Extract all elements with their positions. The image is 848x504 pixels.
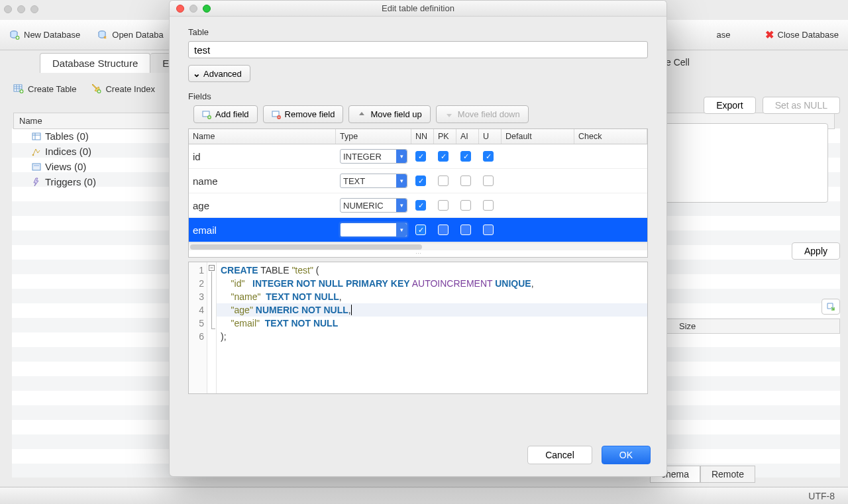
add-field-label: Add field xyxy=(215,109,249,119)
advanced-label: Advanced xyxy=(203,69,242,79)
close-icon: ✖ xyxy=(765,28,774,41)
toolbar-fragment-ase: ase xyxy=(717,30,731,40)
table-group-icon xyxy=(32,132,41,141)
svg-rect-8 xyxy=(32,164,40,170)
dialog-title: Edit table definition xyxy=(170,3,666,13)
traffic-light-min[interactable] xyxy=(17,5,25,13)
arrow-down-icon xyxy=(445,110,454,119)
tree-views-label: Views (0) xyxy=(45,161,86,172)
dialog-min-icon xyxy=(189,5,197,13)
field-buttons: Add field Remove field Move field up Mov… xyxy=(193,105,648,123)
table-section-label: Table xyxy=(188,27,648,37)
move-down-button[interactable]: Move field down xyxy=(436,105,529,123)
tree-views[interactable]: Views (0) xyxy=(13,159,835,174)
svg-rect-9 xyxy=(34,165,39,166)
structure-toolbar: Create Table Create Index xyxy=(13,83,155,94)
advanced-toggle[interactable]: ⌄ Advanced xyxy=(188,65,250,82)
remove-field-button[interactable]: Remove field xyxy=(263,105,344,123)
database-new-icon xyxy=(9,30,20,40)
move-up-button[interactable]: Move field up xyxy=(348,105,430,123)
new-database-button[interactable]: New Database xyxy=(9,30,80,40)
table-add-icon xyxy=(13,83,24,94)
dialog-max-icon[interactable] xyxy=(203,5,211,13)
traffic-light-close[interactable] xyxy=(4,5,12,13)
remove-field-label: Remove field xyxy=(285,109,335,119)
table-name-input[interactable] xyxy=(188,41,648,58)
new-database-label: New Database xyxy=(24,30,80,40)
close-database-button[interactable]: ✖ Close Database xyxy=(765,28,839,41)
svg-rect-6 xyxy=(32,133,40,140)
move-down-label: Move field down xyxy=(458,109,520,119)
status-bar: UTF-8 xyxy=(0,487,848,504)
tree-triggers-label: Triggers (0) xyxy=(45,176,96,187)
tree-tables[interactable]: Tables (0) xyxy=(13,128,835,144)
arrow-up-icon xyxy=(357,110,366,119)
dialog-titlebar: Edit table definition xyxy=(170,1,666,17)
tree-triggers[interactable]: Triggers (0) xyxy=(13,174,835,189)
dialog-close-icon[interactable] xyxy=(176,5,184,13)
traffic-light-max[interactable] xyxy=(30,5,38,13)
index-group-icon xyxy=(32,147,41,156)
main-window-traffic-lights xyxy=(4,1,38,17)
tree-indices[interactable]: Indices (0) xyxy=(13,144,835,159)
create-index-button[interactable]: Create Index xyxy=(91,83,154,94)
open-database-label: Open Databa xyxy=(112,30,163,40)
create-index-label: Create Index xyxy=(105,84,154,94)
fields-section-label: Fields xyxy=(188,91,648,101)
remove-field-icon xyxy=(272,110,281,119)
tab-database-structure[interactable]: Database Structure xyxy=(40,53,150,73)
create-table-label: Create Table xyxy=(28,84,76,94)
svg-point-7 xyxy=(32,154,34,156)
trigger-group-icon xyxy=(32,177,41,187)
create-table-button[interactable]: Create Table xyxy=(13,83,76,94)
move-up-label: Move field up xyxy=(370,109,421,119)
export-button[interactable]: Export xyxy=(704,97,755,114)
tree-indices-label: Indices (0) xyxy=(45,146,91,157)
add-field-icon xyxy=(202,110,211,119)
index-add-icon xyxy=(91,83,101,94)
main-tabs: Database Structure E xyxy=(40,53,182,73)
status-encoding: UTF-8 xyxy=(808,491,835,501)
close-database-label: Close Database xyxy=(778,30,839,40)
set-null-button[interactable]: Set as NULL xyxy=(763,97,840,114)
schema-tree: Tables (0) Indices (0) Views (0) Trigger… xyxy=(13,128,835,478)
edit-cell-label: se Cell xyxy=(661,53,840,72)
add-field-button[interactable]: Add field xyxy=(193,105,258,123)
chevron-down-icon: ⌄ xyxy=(193,68,201,79)
open-database-button[interactable]: Open Databa xyxy=(97,30,163,40)
database-open-icon xyxy=(97,30,108,40)
view-group-icon xyxy=(32,162,41,172)
tree-tables-label: Tables (0) xyxy=(45,130,89,142)
